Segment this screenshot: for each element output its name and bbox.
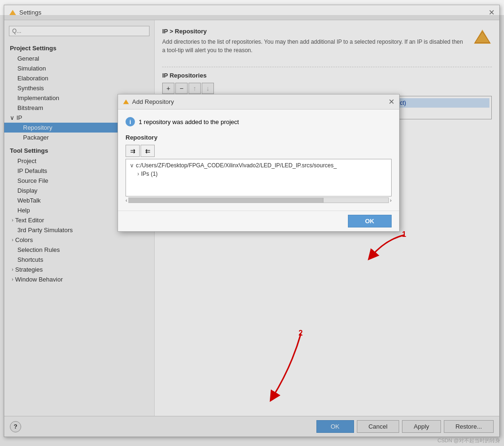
dialog-ok-button[interactable]: OK — [348, 215, 392, 227]
dialog-title-label: Add Repository — [132, 98, 174, 105]
dialog-collapse-all-button[interactable]: ⇇ — [141, 145, 155, 157]
dialog-tree-area: ∨ c:/Users/ZF/Desktop/FPGA_CODE/XilinxVi… — [126, 159, 392, 196]
scroll-left-arrow[interactable]: ‹ — [126, 197, 127, 203]
dialog-info-row: i 1 repository was added to the project — [126, 117, 392, 126]
dialog-vivado-icon — [123, 99, 129, 105]
repo-path-display: c:/Users/ZF/Desktop/FPGA_CODE/XilinxViva… — [136, 162, 337, 169]
dialog-repo-toolbar: ⇉ ⇇ — [126, 145, 392, 157]
dialog-repository-label: Repository — [126, 134, 392, 141]
dialog-info-message: 1 repository was added to the project — [139, 118, 239, 125]
scrollbar-thumb — [129, 198, 323, 203]
add-repository-dialog: Add Repository ✕ i 1 repository was adde… — [118, 94, 400, 232]
ips-label: IPs (1) — [141, 171, 158, 177]
dialog-tree-row-ips[interactable]: › IPs (1) — [128, 170, 389, 178]
dialog-expand-all-button[interactable]: ⇉ — [126, 145, 140, 157]
watermark: CSDN @对不起当时的转身 — [438, 437, 500, 444]
dialog-title-text: Add Repository — [123, 98, 174, 105]
svg-marker-3 — [123, 99, 129, 104]
scrollbar-row: ‹ › — [126, 197, 392, 203]
horizontal-scrollbar[interactable] — [128, 197, 389, 203]
dialog-tree-row-repo[interactable]: ∨ c:/Users/ZF/Desktop/FPGA_CODE/XilinxVi… — [128, 161, 389, 170]
scroll-right-arrow[interactable]: › — [390, 197, 392, 203]
ips-expand-arrow: › — [137, 171, 139, 177]
dialog-close-button[interactable]: ✕ — [388, 97, 394, 106]
info-icon: i — [126, 117, 135, 126]
repo-expand-arrow: ∨ — [130, 162, 134, 169]
dialog-title-bar: Add Repository ✕ — [118, 94, 399, 110]
dialog-body: i 1 repository was added to the project … — [118, 110, 399, 211]
svg-marker-0 — [9, 10, 16, 15]
dialog-footer: OK — [118, 211, 399, 231]
